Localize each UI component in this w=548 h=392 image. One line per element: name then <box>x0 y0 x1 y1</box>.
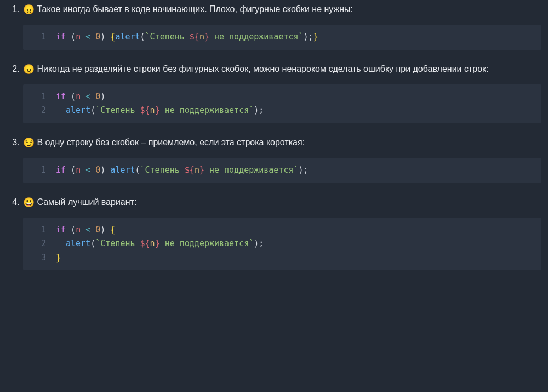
code-block: 1if (n < 0)2 alert(`Степень ${n} не подд… <box>23 84 541 123</box>
description-text: Самый лучший вариант: <box>35 197 136 207</box>
example-description: 😠 Такое иногда бывает в коде начинающих.… <box>23 2 541 17</box>
code-line: 3} <box>23 251 541 265</box>
line-number: 2 <box>23 237 56 251</box>
code-content: if (n < 0) <box>56 90 541 104</box>
line-number: 1 <box>23 163 56 178</box>
emoji-icon: 😠 <box>23 64 35 75</box>
description-text: В одну строку без скобок – приемлемо, ес… <box>35 138 305 147</box>
emoji-icon: 😠 <box>23 4 35 15</box>
emoji-icon: 😃 <box>23 197 35 208</box>
code-block: 1if (n < 0) alert(`Степень ${n} не подде… <box>23 158 541 183</box>
code-line: 1if (n < 0) <box>23 90 541 104</box>
code-line: 2 alert(`Степень ${n} не поддерживается`… <box>23 237 541 251</box>
line-number: 1 <box>23 223 56 237</box>
examples-list: 😠 Такое иногда бывает в коде начинающих.… <box>7 2 541 270</box>
code-content: if (n < 0) { <box>56 223 541 237</box>
example-description: 😏 В одну строку без скобок – приемлемо, … <box>23 135 541 150</box>
code-line: 1if (n < 0) { <box>23 223 541 237</box>
line-number: 1 <box>23 90 56 104</box>
code-line: 1if (n < 0) {alert(`Степень ${n} не подд… <box>23 30 541 44</box>
code-block: 1if (n < 0) {2 alert(`Степень ${n} не по… <box>23 218 541 271</box>
example-item: 😃 Самый лучший вариант:1if (n < 0) {2 al… <box>22 195 541 271</box>
description-text: Такое иногда бывает в коде начинающих. П… <box>35 4 353 14</box>
example-description: 😃 Самый лучший вариант: <box>23 195 541 210</box>
example-item: 😏 В одну строку без скобок – приемлемо, … <box>22 135 541 183</box>
code-content: alert(`Степень ${n} не поддерживается`); <box>56 104 541 118</box>
code-block: 1if (n < 0) {alert(`Степень ${n} не подд… <box>23 25 541 50</box>
code-content: if (n < 0) {alert(`Степень ${n} не подде… <box>56 30 541 44</box>
code-line: 1if (n < 0) alert(`Степень ${n} не подде… <box>23 163 541 178</box>
code-content: if (n < 0) alert(`Степень ${n} не поддер… <box>56 163 541 178</box>
code-content: } <box>56 251 541 265</box>
line-number: 1 <box>23 30 56 44</box>
example-item: 😠 Такое иногда бывает в коде начинающих.… <box>22 2 541 50</box>
code-content: alert(`Степень ${n} не поддерживается`); <box>56 237 541 251</box>
emoji-icon: 😏 <box>23 138 35 148</box>
line-number: 3 <box>23 251 56 265</box>
line-number: 2 <box>23 104 56 118</box>
description-text: Никогда не разделяйте строки без фигурны… <box>35 64 489 73</box>
code-line: 2 alert(`Степень ${n} не поддерживается`… <box>23 104 541 118</box>
example-description: 😠 Никогда не разделяйте строки без фигур… <box>23 62 541 77</box>
example-item: 😠 Никогда не разделяйте строки без фигур… <box>22 62 541 123</box>
